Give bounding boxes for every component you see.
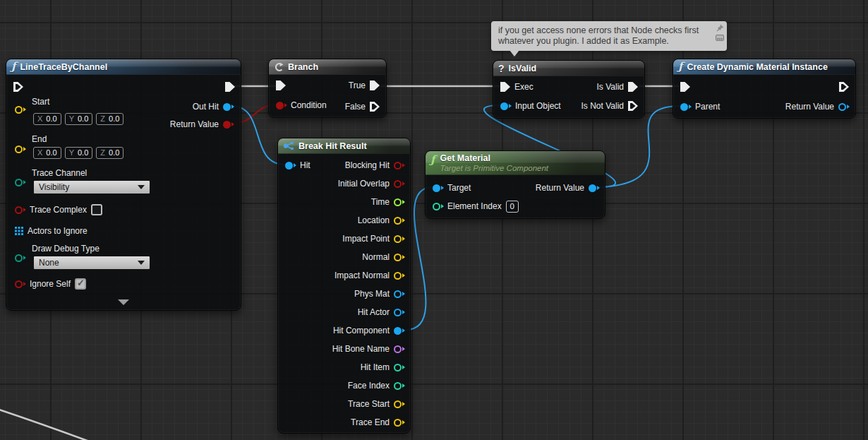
pin-icon[interactable] bbox=[716, 24, 724, 32]
blocking-hit-pin[interactable] bbox=[394, 162, 402, 170]
comment-options-icon[interactable] bbox=[716, 35, 724, 41]
axis-label: Y bbox=[69, 148, 74, 157]
start-x-field[interactable]: X0.0 bbox=[33, 113, 61, 125]
end-x-field[interactable]: X0.0 bbox=[33, 147, 61, 159]
hit-bone-name-pin[interactable] bbox=[394, 345, 402, 353]
node-header-branch[interactable]: Branch bbox=[269, 59, 386, 75]
element-index-pin[interactable] bbox=[433, 203, 440, 210]
return-value-pin[interactable] bbox=[838, 103, 846, 111]
end-y-field[interactable]: Y0.0 bbox=[65, 147, 93, 159]
node-header-create-dmi[interactable]: ƒ Create Dynamic Material Instance bbox=[673, 59, 855, 75]
trace-channel-pin[interactable] bbox=[15, 179, 23, 186]
comment-bubble-pointer bbox=[510, 50, 519, 57]
out-hit-pin[interactable] bbox=[223, 103, 231, 111]
impact-normal-pin[interactable] bbox=[394, 272, 402, 280]
draw-debug-selected: None bbox=[39, 258, 59, 268]
time-pin-label: Time bbox=[371, 197, 390, 207]
phys-mat-pin[interactable] bbox=[394, 290, 402, 298]
node-header-get-material[interactable]: ƒ Get Material Target is Primitive Compo… bbox=[426, 151, 605, 175]
blocking-hit-pin-label: Blocking Hit bbox=[345, 160, 390, 170]
hit-item-pin[interactable] bbox=[394, 364, 402, 371]
face-index-pin[interactable] bbox=[394, 382, 402, 390]
axis-label: X bbox=[37, 148, 42, 157]
hit-component-pin[interactable] bbox=[394, 327, 402, 335]
location-pin[interactable] bbox=[394, 217, 402, 225]
node-break-hit-result[interactable]: Break Hit Result Hit Blocking Hit Initia… bbox=[277, 138, 411, 434]
time-pin[interactable] bbox=[394, 198, 402, 206]
end-pin[interactable] bbox=[15, 145, 23, 153]
impact-point-pin[interactable] bbox=[394, 235, 402, 243]
input-object-pin[interactable] bbox=[500, 102, 508, 110]
function-icon: ƒ bbox=[11, 61, 16, 72]
trace-complex-pin[interactable] bbox=[15, 206, 23, 214]
is-valid-exec-pin[interactable] bbox=[628, 82, 638, 92]
draw-debug-type-dropdown[interactable]: None bbox=[33, 256, 150, 270]
normal-pin-label: Normal bbox=[362, 252, 390, 262]
node-header-isvalid[interactable]: ? IsValid bbox=[493, 61, 644, 76]
is-not-valid-pin-label: Is Not Valid bbox=[581, 101, 624, 111]
exec-in-pin[interactable] bbox=[680, 82, 690, 92]
node-branch[interactable]: Branch True Condition False bbox=[268, 59, 387, 118]
exec-in-pin[interactable] bbox=[500, 82, 510, 92]
ignore-self-checkbox[interactable] bbox=[75, 278, 86, 290]
return-value-pin-label: Return Value bbox=[785, 102, 834, 112]
actors-to-ignore-pin-label: Actors to Ignore bbox=[28, 226, 88, 236]
node-title: IsValid bbox=[509, 64, 537, 73]
element-index-field[interactable]: 0 bbox=[506, 201, 519, 213]
hit-actor-pin[interactable] bbox=[394, 309, 402, 316]
start-y-field[interactable]: Y0.0 bbox=[65, 113, 93, 125]
hit-pin[interactable] bbox=[285, 162, 293, 170]
true-pin-label: True bbox=[349, 81, 366, 90]
target-pin[interactable] bbox=[433, 184, 440, 192]
break-struct-icon bbox=[283, 141, 294, 150]
node-create-dynamic-material-instance[interactable]: ƒ Create Dynamic Material Instance Paren… bbox=[673, 59, 856, 119]
condition-pin[interactable] bbox=[276, 102, 284, 109]
trace-channel-selected: Visibility bbox=[39, 182, 69, 192]
blueprint-graph-canvas[interactable]: if you get access none errors that Node … bbox=[0, 0, 868, 440]
trace-start-pin-label: Trace Start bbox=[348, 399, 390, 409]
is-not-valid-exec-pin[interactable] bbox=[628, 101, 638, 111]
normal-pin[interactable] bbox=[394, 254, 402, 261]
node-get-material[interactable]: ƒ Get Material Target is Primitive Compo… bbox=[425, 150, 605, 219]
input-object-pin-label: Input Object bbox=[515, 101, 561, 111]
actors-to-ignore-array-pin[interactable] bbox=[15, 227, 23, 235]
draw-debug-type-pin[interactable] bbox=[15, 254, 23, 262]
exec-in-pin[interactable] bbox=[276, 81, 286, 90]
node-header-break-hit-result[interactable]: Break Hit Result bbox=[278, 138, 410, 154]
trace-channel-dropdown[interactable]: Visibility bbox=[33, 180, 150, 194]
true-exec-pin[interactable] bbox=[370, 81, 380, 90]
exec-wire-offscreen-arc bbox=[0, 408, 99, 440]
exec-in-pin[interactable] bbox=[13, 82, 23, 92]
ignore-self-pin[interactable] bbox=[15, 280, 23, 288]
node-header-linetracebychannel[interactable]: ƒ LineTraceByChannel bbox=[6, 59, 241, 75]
node-subtitle: Target is Primitive Component bbox=[440, 164, 548, 172]
return-value-pin[interactable] bbox=[223, 121, 231, 129]
trace-end-pin[interactable] bbox=[394, 419, 402, 427]
ignore-self-pin-label: Ignore Self bbox=[30, 279, 71, 289]
start-pin[interactable] bbox=[15, 106, 23, 114]
trace-complex-pin-label: Trace Complex bbox=[30, 205, 87, 215]
initial-overlap-pin[interactable] bbox=[394, 180, 402, 188]
collapse-chevron-icon[interactable] bbox=[118, 299, 129, 305]
exec-out-pin[interactable] bbox=[225, 82, 235, 92]
node-isvalid[interactable]: ? IsValid Exec Is Valid Input Object Is … bbox=[493, 60, 645, 119]
node-comment-bubble[interactable]: if you get access none errors that Node … bbox=[491, 21, 727, 51]
axis-value: 0.0 bbox=[46, 114, 56, 123]
node-title: Create Dynamic Material Instance bbox=[687, 62, 827, 72]
exec-out-pin[interactable] bbox=[839, 82, 849, 92]
return-value-pin-label: Return Value bbox=[536, 183, 584, 193]
axis-label: Z bbox=[100, 114, 105, 123]
false-exec-pin[interactable] bbox=[370, 102, 380, 112]
hit-bone-name-pin-label: Hit Bone Name bbox=[332, 344, 390, 354]
start-z-field[interactable]: Z0.0 bbox=[96, 113, 123, 125]
trace-start-pin[interactable] bbox=[394, 400, 402, 408]
parent-pin[interactable] bbox=[680, 103, 688, 111]
location-pin-label: Location bbox=[358, 215, 390, 225]
node-linetracebychannel[interactable]: ƒ LineTraceByChannel Start X0.0 Y0.0 Z0.… bbox=[6, 59, 241, 311]
axis-label: X bbox=[37, 114, 42, 123]
end-z-field[interactable]: Z0.0 bbox=[96, 147, 123, 159]
phys-mat-pin-label: Phys Mat bbox=[354, 289, 390, 299]
is-valid-pin-label: Is Valid bbox=[597, 82, 624, 92]
trace-complex-checkbox[interactable] bbox=[91, 204, 102, 215]
return-value-pin[interactable] bbox=[589, 184, 596, 192]
